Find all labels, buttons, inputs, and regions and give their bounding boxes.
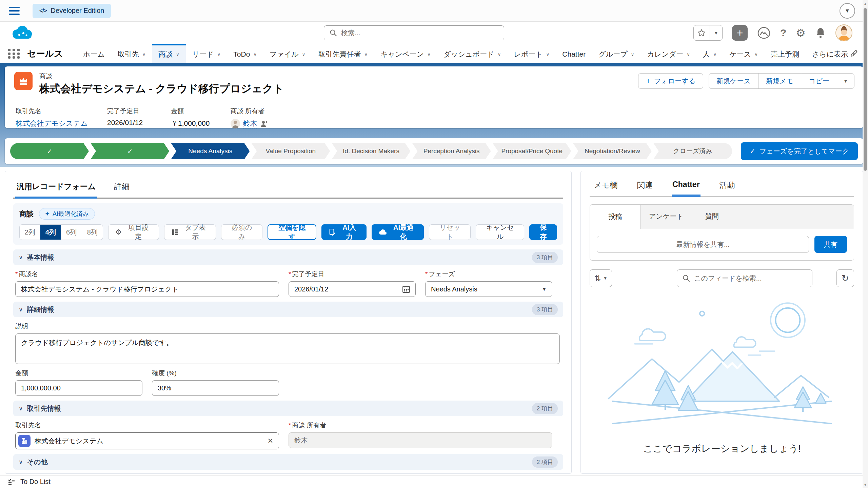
- more-actions-button[interactable]: ▼: [837, 73, 854, 89]
- ai-input-button[interactable]: AI入力: [321, 224, 367, 240]
- nav-tab-reports[interactable]: レポート∨: [507, 44, 556, 63]
- record-action-group: 新規ケース 新規メモ コピー ▼: [709, 73, 854, 89]
- notifications-button[interactable]: [815, 27, 826, 39]
- copy-button[interactable]: コピー: [801, 73, 837, 89]
- global-header: ▼ + ? ⚙: [0, 22, 868, 44]
- nav-tab-tasks[interactable]: ToDo∨: [227, 44, 263, 63]
- nav-tab-leads[interactable]: リード∨: [186, 44, 227, 63]
- nav-tab-contacts[interactable]: 取引先責任者∨: [312, 44, 374, 63]
- columns-6-button[interactable]: 6列: [61, 225, 82, 240]
- nav-edit-button[interactable]: [850, 49, 859, 59]
- opportunity-name-input[interactable]: [15, 281, 279, 297]
- stage-select[interactable]: Needs Analysis ▼: [425, 281, 552, 297]
- path-stage-closed[interactable]: クローズ済み: [653, 143, 732, 159]
- tab-generic-record-form[interactable]: 汎用レコードフォーム: [15, 179, 97, 199]
- columns-2-button[interactable]: 2列: [20, 225, 40, 240]
- mark-stage-complete-button[interactable]: ✓ フェーズを完了としてマーク: [741, 142, 858, 160]
- hide-empty-button[interactable]: 空欄を隠す: [268, 224, 316, 240]
- cancel-button[interactable]: キャンセル: [476, 224, 524, 240]
- nav-tab-dashboards[interactable]: ダッシュボード∨: [437, 44, 507, 63]
- probability-input[interactable]: [152, 380, 279, 396]
- account-link[interactable]: 株式会社デモシステム: [16, 119, 88, 128]
- owner-link[interactable]: 鈴木: [243, 119, 257, 128]
- section-basic-info-header[interactable]: ∨ 基本情報 3 項目: [13, 249, 563, 265]
- description-textarea[interactable]: クラウド移行プロジェクトのサンプル商談です。: [15, 333, 560, 364]
- favorites-dropdown-button[interactable]: ▼: [710, 25, 722, 40]
- path-stage-needs-analysis[interactable]: Needs Analysis: [171, 143, 250, 159]
- page-scrollbar[interactable]: ▲ ▼: [863, 0, 868, 488]
- global-search[interactable]: [324, 25, 504, 40]
- nav-tab-campaigns[interactable]: キャンペーン∨: [374, 44, 437, 63]
- columns-8-button[interactable]: 8列: [82, 225, 103, 240]
- tab-related[interactable]: 関連: [636, 178, 653, 196]
- path-stage-proposal-price-quote[interactable]: Proposal/Price Quote: [493, 143, 571, 159]
- nav-tab-chatter[interactable]: Chatter: [556, 44, 592, 63]
- tab-notes[interactable]: メモ欄: [593, 178, 618, 196]
- feed-sort-button[interactable]: ⇅ ▼: [590, 269, 612, 287]
- ai-input-icon: [329, 228, 336, 236]
- nav-tab-groups[interactable]: グループ∨: [592, 44, 640, 63]
- scroll-down-icon[interactable]: ▼: [863, 483, 868, 487]
- trailhead-button[interactable]: [757, 27, 771, 39]
- section-other-header[interactable]: ∨ その他 2 項目: [13, 454, 563, 470]
- save-button[interactable]: 保存: [529, 224, 557, 240]
- hamburger-menu-icon[interactable]: [9, 7, 20, 15]
- tab-view-button[interactable]: タブ表示: [164, 224, 216, 240]
- composer-tab-post[interactable]: 投稿: [590, 205, 641, 229]
- feed-search-input[interactable]: [694, 274, 807, 282]
- share-button[interactable]: 共有: [814, 236, 847, 253]
- share-update-input[interactable]: [597, 236, 809, 253]
- path-stage-perception-analysis[interactable]: Perception Analysis: [412, 143, 491, 159]
- nav-tab-files[interactable]: ファイル∨: [263, 44, 312, 63]
- composer-tab-poll[interactable]: アンケート: [641, 205, 692, 228]
- amount-input[interactable]: [15, 380, 142, 396]
- check-icon: ✓: [127, 147, 133, 155]
- required-only-button[interactable]: 必須のみ: [221, 224, 262, 240]
- field-settings-button[interactable]: ⚙ 項目設定: [108, 224, 159, 240]
- feed-search[interactable]: [677, 269, 812, 287]
- reset-button[interactable]: リセット: [429, 224, 471, 240]
- nav-tab-cases[interactable]: ケース∨: [723, 44, 764, 63]
- path-stage-2-complete[interactable]: ✓: [91, 143, 169, 159]
- scroll-up-icon[interactable]: ▲: [863, 2, 868, 6]
- help-button[interactable]: ?: [780, 27, 786, 39]
- favorite-star-button[interactable]: [694, 25, 710, 40]
- todo-list-button[interactable]: To Do List: [20, 478, 51, 486]
- composer-tab-question[interactable]: 質問: [692, 205, 732, 228]
- path-stage-value-proposition[interactable]: Value Proposition: [251, 143, 330, 159]
- global-actions-button[interactable]: +: [732, 25, 748, 41]
- new-case-button[interactable]: 新規ケース: [709, 73, 758, 89]
- setup-button[interactable]: ⚙: [796, 26, 806, 39]
- clear-lookup-icon[interactable]: ✕: [267, 437, 273, 445]
- app-launcher-icon[interactable]: [8, 49, 20, 59]
- nav-tab-opportunities[interactable]: 商談∨: [152, 44, 186, 63]
- nav-tab-people[interactable]: 人∨: [696, 44, 723, 63]
- section-details-info-header[interactable]: ∨ 詳細情報 3 項目: [13, 302, 563, 317]
- path-stage-id-decision-makers[interactable]: Id. Decision Makers: [332, 143, 410, 159]
- nav-tab-accounts[interactable]: 取引先∨: [111, 44, 152, 63]
- follow-button[interactable]: + フォローする: [638, 73, 703, 89]
- global-search-input[interactable]: [341, 29, 498, 37]
- tab-activity[interactable]: 活動: [719, 178, 736, 196]
- new-note-button[interactable]: 新規メモ: [758, 73, 801, 89]
- nav-tab-forecasts[interactable]: 売上予測: [764, 44, 806, 63]
- user-avatar[interactable]: [835, 24, 852, 41]
- path-stage-1-complete[interactable]: ✓: [10, 143, 89, 159]
- calendar-icon[interactable]: [402, 285, 410, 293]
- highlight-close-date-field: 完了予定日 2026/01/12: [107, 107, 171, 128]
- scrollbar-thumb[interactable]: [864, 8, 867, 171]
- feed-refresh-button[interactable]: ↻: [836, 269, 854, 287]
- path-stage-negotiation-review[interactable]: Negotiation/Review: [573, 143, 652, 159]
- utility-bar-collapse-button[interactable]: ▼: [840, 3, 855, 19]
- tab-details[interactable]: 詳細: [113, 179, 131, 198]
- field-count-badge: 2 項目: [532, 456, 558, 468]
- nav-tab-home[interactable]: ホーム: [77, 44, 111, 63]
- ai-optimize-button[interactable]: AI最適化: [372, 224, 424, 240]
- section-account-info-header[interactable]: ∨ 取引先情報 2 項目: [13, 401, 563, 416]
- tab-chatter[interactable]: Chatter: [672, 178, 701, 197]
- account-lookup[interactable]: 株式会社デモシステム ✕: [15, 432, 279, 449]
- close-date-input[interactable]: [289, 281, 416, 297]
- nav-tab-calendar[interactable]: カレンダー∨: [640, 44, 696, 63]
- columns-4-button[interactable]: 4列: [40, 225, 61, 240]
- change-owner-icon[interactable]: [260, 120, 268, 127]
